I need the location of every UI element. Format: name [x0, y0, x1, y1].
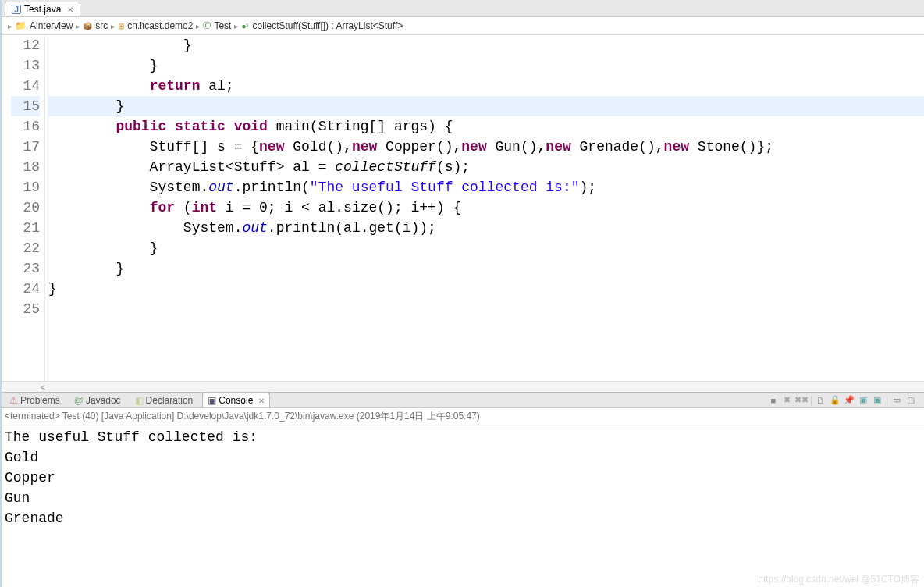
breadcrumb-sep: ▸	[196, 22, 200, 30]
console-output[interactable]: The useful Stuff collected is:GoldCopper…	[2, 425, 924, 587]
breadcrumb: ▸ 📁 Ainterview ▸ 📦 src ▸ ⊞ cn.itcast.dem…	[2, 17, 924, 35]
tab-label: Declaration	[146, 395, 194, 406]
tab-problems[interactable]: ⚠ Problems	[5, 393, 65, 407]
close-icon[interactable]: ✕	[258, 397, 265, 405]
breadcrumb-sep: ▸	[8, 22, 12, 30]
line-number-gutter: 1213141516171819202122232425	[11, 35, 45, 381]
clear-console-icon[interactable]: 🗋	[816, 395, 826, 406]
remove-all-icon[interactable]: ✖✖	[796, 395, 807, 406]
close-icon[interactable]: ✕	[67, 5, 73, 14]
java-file-icon: J	[12, 5, 21, 14]
console-line: Grenade	[5, 508, 921, 528]
breadcrumb-sep: ▸	[111, 22, 115, 30]
javadoc-icon: @	[74, 395, 84, 406]
code-content[interactable]: } } return al; } public static void main…	[45, 35, 924, 381]
console-line: The useful Stuff collected is:	[5, 427, 921, 447]
console-line: Gun	[5, 488, 921, 508]
stop-icon[interactable]: ■	[768, 395, 779, 406]
editor-tab-title: Test.java	[24, 4, 61, 15]
horizontal-scrollbar[interactable]: <	[2, 381, 924, 392]
tab-declaration[interactable]: ◧ Declaration	[130, 393, 198, 407]
console-line: Copper	[5, 468, 921, 488]
remove-launch-icon[interactable]: ✖	[782, 395, 793, 406]
editor-tab-bar: J Test.java ✕	[2, 0, 924, 17]
breadcrumb-sep: ▸	[76, 22, 80, 30]
method-icon: ●ˢ	[241, 22, 249, 30]
package-icon: ⊞	[118, 22, 124, 30]
tab-label: Javadoc	[86, 395, 121, 406]
breadcrumb-item[interactable]: collectStuff(Stuff[]) : ArrayList<Stuff>	[252, 20, 403, 31]
breadcrumb-sep: ▸	[234, 22, 238, 30]
editor-area[interactable]: 1213141516171819202122232425 } } return …	[2, 35, 924, 381]
tab-label: Console	[219, 395, 253, 406]
folder-icon: 📦	[83, 22, 92, 30]
breadcrumb-item[interactable]: Test	[214, 20, 231, 31]
scroll-lock-icon[interactable]: 🔒	[830, 395, 840, 406]
display-icon[interactable]: ▣	[858, 395, 869, 406]
breadcrumb-item[interactable]: src	[95, 20, 108, 31]
breadcrumb-item[interactable]: Ainterview	[30, 20, 73, 31]
tab-label: Problems	[20, 395, 60, 406]
tab-javadoc[interactable]: @ Javadoc	[69, 393, 126, 407]
console-line: Gold	[5, 447, 921, 468]
console-icon: ▣	[208, 395, 216, 406]
problems-icon: ⚠	[9, 395, 18, 406]
console-launch-info: <terminated> Test (40) [Java Application…	[2, 408, 924, 425]
project-icon: 📁	[15, 20, 27, 31]
open-console-icon[interactable]: ▣	[872, 395, 883, 406]
pin-console-icon[interactable]: 📌	[844, 395, 855, 406]
declaration-icon: ◧	[135, 395, 144, 406]
minimize-icon[interactable]: ▭	[891, 395, 902, 406]
console-toolbar: ■ ✖ ✖✖ | 🗋 🔒 📌 ▣ ▣ | ▭ ▢	[768, 395, 921, 406]
class-icon: Ⓒ	[203, 20, 211, 31]
views-panel: ⚠ Problems @ Javadoc ◧ Declaration ▣ Con…	[2, 392, 924, 587]
view-tab-bar: ⚠ Problems @ Javadoc ◧ Declaration ▣ Con…	[2, 393, 924, 408]
watermark-text: https://blog.csdn.net/wei @51CTO博客	[758, 569, 919, 587]
breadcrumb-item[interactable]: cn.itcast.demo2	[127, 20, 193, 31]
tab-console[interactable]: ▣ Console ✕	[202, 393, 270, 407]
editor-tab[interactable]: J Test.java ✕	[5, 2, 80, 16]
maximize-icon[interactable]: ▢	[905, 395, 916, 406]
